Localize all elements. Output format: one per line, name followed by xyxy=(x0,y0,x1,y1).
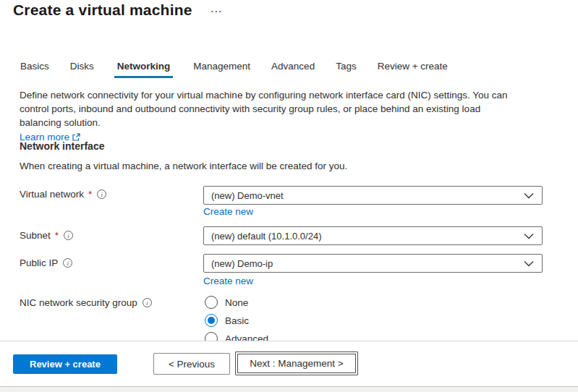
info-icon[interactable] xyxy=(97,189,106,199)
radio-selected-icon xyxy=(205,314,218,327)
tab-advanced[interactable]: Advanced xyxy=(271,61,315,78)
virtual-network-label-text: Virtual network xyxy=(20,189,84,200)
previous-button[interactable]: < Previous xyxy=(153,353,230,375)
more-options-button[interactable]: ··· xyxy=(211,5,223,16)
chevron-down-icon xyxy=(524,192,534,199)
virtual-network-dropdown[interactable]: (new) Demo-vnet xyxy=(203,186,543,205)
info-icon[interactable] xyxy=(143,298,152,307)
virtual-network-value: (new) Demo-vnet xyxy=(211,190,284,201)
required-indicator: * xyxy=(55,230,59,241)
subnet-value: (new) default (10.1.0.0/24) xyxy=(211,231,321,242)
public-ip-value: (new) Demo-ip xyxy=(211,258,273,269)
nic-nsg-option-none-label: None xyxy=(225,297,248,308)
public-ip-dropdown[interactable]: (new) Demo-ip xyxy=(203,254,543,273)
tab-review-create[interactable]: Review + create xyxy=(377,61,449,78)
wizard-footer: Review + create < Previous Next : Manage… xyxy=(0,341,578,386)
subnet-dropdown[interactable]: (new) default (10.1.0.0/24) xyxy=(203,226,543,245)
virtual-network-create-new-link[interactable]: Create new xyxy=(203,206,253,217)
page-title: Create a virtual machine xyxy=(13,1,192,19)
tab-basics[interactable]: Basics xyxy=(20,61,50,78)
wizard-tab-bar: Basics Disks Networking Management Advan… xyxy=(20,61,449,78)
subnet-label: Subnet* xyxy=(20,230,73,241)
tab-management[interactable]: Management xyxy=(192,61,251,78)
public-ip-create-new-link[interactable]: Create new xyxy=(203,276,253,286)
nic-nsg-label-text: NIC network security group xyxy=(20,297,137,308)
nic-nsg-option-none[interactable]: None xyxy=(205,296,248,309)
tab-description-text: Define network connectivity for your vir… xyxy=(20,90,508,128)
nic-nsg-label: NIC network security group xyxy=(20,297,152,308)
next-management-button[interactable]: Next : Management > xyxy=(235,351,358,375)
required-indicator: * xyxy=(88,189,92,200)
section-heading-network-interface: Network interface xyxy=(20,140,104,152)
chevron-down-icon xyxy=(524,233,534,239)
public-ip-label: Public IP xyxy=(20,257,72,268)
radio-unselected-icon xyxy=(205,296,218,309)
review-create-button[interactable]: Review + create xyxy=(13,354,117,374)
public-ip-label-text: Public IP xyxy=(20,257,58,268)
nic-nsg-option-basic-label: Basic xyxy=(225,315,249,326)
virtual-network-label: Virtual network* xyxy=(20,189,106,200)
bottom-strip xyxy=(0,386,578,392)
section-subtext: When creating a virtual machine, a netwo… xyxy=(20,161,347,171)
info-icon[interactable] xyxy=(64,231,73,240)
tab-description: Define network connectivity for your vir… xyxy=(20,88,510,144)
page-header: Create a virtual machine ··· xyxy=(13,1,223,19)
tab-tags[interactable]: Tags xyxy=(335,61,357,78)
info-icon[interactable] xyxy=(63,258,72,268)
nic-nsg-option-basic[interactable]: Basic xyxy=(205,314,249,327)
chevron-down-icon xyxy=(524,260,534,267)
tab-networking[interactable]: Networking xyxy=(114,61,174,78)
tab-disks[interactable]: Disks xyxy=(69,61,95,78)
subnet-label-text: Subnet xyxy=(20,230,51,241)
create-vm-page: Create a virtual machine ··· Basics Disk… xyxy=(0,0,578,392)
